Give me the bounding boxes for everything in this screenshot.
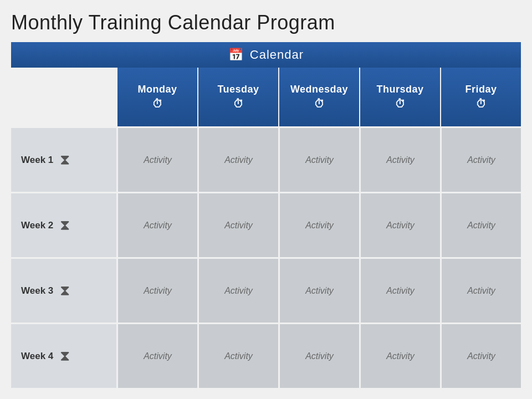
week-3-label-cell: Week 3 ⧗: [11, 257, 116, 323]
week-3-label: Week 3: [21, 285, 53, 296]
calendar-icon: 📅: [228, 48, 243, 62]
monday-label: Monday: [137, 84, 177, 95]
page-title: Monthly Training Calendar Program: [11, 11, 521, 34]
week-3-icon: ⧗: [60, 282, 70, 299]
week-1-monday-activity[interactable]: Activity: [116, 126, 197, 192]
week-4-label: Week 4: [21, 351, 53, 362]
week-3-thursday-activity[interactable]: Activity: [359, 257, 440, 323]
week-2-icon: ⧗: [60, 217, 70, 234]
wednesday-label: Wednesday: [290, 84, 348, 95]
day-header-wednesday: Wednesday ⏱: [278, 68, 359, 126]
week-4-thursday-activity[interactable]: Activity: [359, 323, 440, 388]
day-header-tuesday: Tuesday ⏱: [197, 68, 278, 126]
week-4-tuesday-activity[interactable]: Activity: [197, 323, 278, 388]
week-4-icon: ⧗: [60, 347, 70, 365]
week-2-label-cell: Week 2 ⧗: [11, 192, 116, 257]
week-4-monday-activity[interactable]: Activity: [116, 323, 197, 388]
week-2-wednesday-activity[interactable]: Activity: [278, 192, 359, 257]
week-2-thursday-activity[interactable]: Activity: [359, 192, 440, 257]
calendar-header-bar: 📅 Calendar: [11, 42, 521, 68]
wednesday-icon: ⏱: [314, 98, 325, 110]
thursday-icon: ⏱: [395, 98, 406, 110]
week-4-wednesday-activity[interactable]: Activity: [278, 323, 359, 388]
week-2-tuesday-activity[interactable]: Activity: [197, 192, 278, 257]
friday-label: Friday: [465, 84, 497, 95]
calendar-label: Calendar: [250, 48, 304, 62]
week-1-label: Week 1: [21, 155, 53, 166]
thursday-label: Thursday: [376, 84, 423, 95]
tuesday-label: Tuesday: [217, 84, 259, 95]
week-1-thursday-activity[interactable]: Activity: [359, 126, 440, 192]
page: Monthly Training Calendar Program 📅 Cale…: [0, 0, 532, 399]
day-header-friday: Friday ⏱: [440, 68, 521, 126]
week-3-monday-activity[interactable]: Activity: [116, 257, 197, 323]
week-4-friday-activity[interactable]: Activity: [440, 323, 521, 388]
week-3-wednesday-activity[interactable]: Activity: [278, 257, 359, 323]
week-1-icon: ⧗: [60, 151, 70, 168]
week-1-wednesday-activity[interactable]: Activity: [278, 126, 359, 192]
week-1-label-cell: Week 1 ⧗: [11, 126, 116, 192]
week-1-tuesday-activity[interactable]: Activity: [197, 126, 278, 192]
week-1-friday-activity[interactable]: Activity: [440, 126, 521, 192]
week-3-friday-activity[interactable]: Activity: [440, 257, 521, 323]
day-header-monday: Monday ⏱: [116, 68, 197, 126]
week-2-friday-activity[interactable]: Activity: [440, 192, 521, 257]
day-header-thursday: Thursday ⏱: [359, 68, 440, 126]
week-2-monday-activity[interactable]: Activity: [116, 192, 197, 257]
week-2-label: Week 2: [21, 220, 53, 231]
header-empty-cell: [11, 68, 116, 126]
week-4-label-cell: Week 4 ⧗: [11, 323, 116, 388]
calendar-grid: Monday ⏱ Tuesday ⏱ Wednesday ⏱ Thursday …: [11, 68, 521, 388]
tuesday-icon: ⏱: [233, 98, 244, 110]
monday-icon: ⏱: [152, 98, 163, 110]
week-3-tuesday-activity[interactable]: Activity: [197, 257, 278, 323]
friday-icon: ⏱: [475, 98, 487, 110]
